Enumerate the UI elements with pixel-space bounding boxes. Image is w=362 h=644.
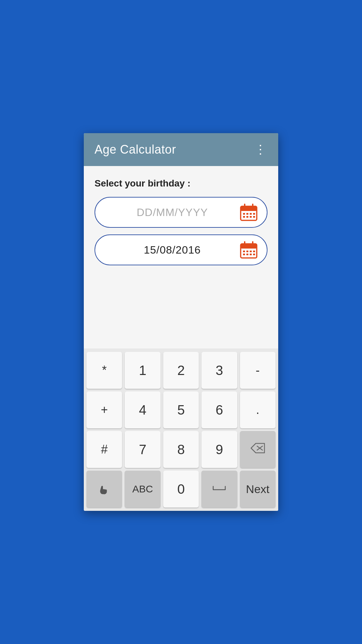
svg-rect-17 <box>246 251 248 252</box>
svg-rect-20 <box>243 254 245 255</box>
svg-rect-7 <box>253 213 255 215</box>
calendar-icon-2[interactable] <box>240 241 257 259</box>
keyboard-row-3: # 7 8 9 <box>86 431 276 468</box>
key-4[interactable]: 4 <box>125 391 160 428</box>
key-6[interactable]: 6 <box>201 391 237 428</box>
svg-rect-11 <box>253 216 255 218</box>
key-space[interactable] <box>201 471 237 507</box>
current-date-field[interactable]: 15/08/2016 <box>95 234 267 265</box>
svg-rect-5 <box>246 213 248 215</box>
app-container: Age Calculator ⋮ Select your birthday : … <box>84 133 278 511</box>
next-button[interactable]: Next <box>240 471 276 507</box>
key-dot[interactable]: . <box>240 391 276 428</box>
main-content: Select your birthday : DD/MM/YYYY <box>84 166 278 348</box>
key-asterisk[interactable]: * <box>86 352 122 389</box>
key-2[interactable]: 2 <box>163 352 199 389</box>
key-9[interactable]: 9 <box>201 431 237 468</box>
backspace-key[interactable] <box>240 431 276 468</box>
key-8[interactable]: 8 <box>163 431 199 468</box>
key-hands[interactable] <box>86 471 122 507</box>
birthday-placeholder: DD/MM/YYYY <box>105 206 240 219</box>
svg-rect-4 <box>243 213 245 215</box>
svg-rect-8 <box>243 216 245 218</box>
toolbar: Age Calculator ⋮ <box>84 133 278 166</box>
svg-rect-6 <box>250 213 252 215</box>
key-1[interactable]: 1 <box>125 352 160 389</box>
key-plus[interactable]: + <box>86 391 122 428</box>
backspace-icon <box>250 442 265 457</box>
key-abc[interactable]: ABC <box>125 471 160 507</box>
svg-rect-10 <box>250 216 252 218</box>
app-title: Age Calculator <box>95 143 176 157</box>
svg-rect-18 <box>250 251 252 252</box>
key-7[interactable]: 7 <box>125 431 160 468</box>
svg-rect-22 <box>250 254 252 255</box>
current-date-value: 15/08/2016 <box>105 244 240 256</box>
key-5[interactable]: 5 <box>163 391 199 428</box>
section-label: Select your birthday : <box>95 178 267 189</box>
keyboard: * 1 2 3 - + 4 5 6 . # 7 8 9 <box>84 348 278 511</box>
empty-area <box>95 272 267 339</box>
svg-rect-19 <box>253 251 255 252</box>
svg-rect-13 <box>241 244 257 249</box>
keyboard-row-4: ABC 0 Next <box>86 471 276 507</box>
more-options-icon[interactable]: ⋮ <box>254 144 267 156</box>
key-0[interactable]: 0 <box>163 471 199 507</box>
key-3[interactable]: 3 <box>201 352 237 389</box>
key-minus[interactable]: - <box>240 352 276 389</box>
svg-rect-1 <box>241 206 257 211</box>
birthday-input-field[interactable]: DD/MM/YYYY <box>95 197 267 228</box>
calendar-icon[interactable] <box>240 204 257 221</box>
svg-rect-9 <box>246 216 248 218</box>
svg-rect-16 <box>243 251 245 252</box>
svg-rect-21 <box>246 254 248 255</box>
key-hash[interactable]: # <box>86 431 122 468</box>
keyboard-row-1: * 1 2 3 - <box>86 352 276 389</box>
svg-rect-23 <box>253 254 255 255</box>
keyboard-row-2: + 4 5 6 . <box>86 391 276 428</box>
